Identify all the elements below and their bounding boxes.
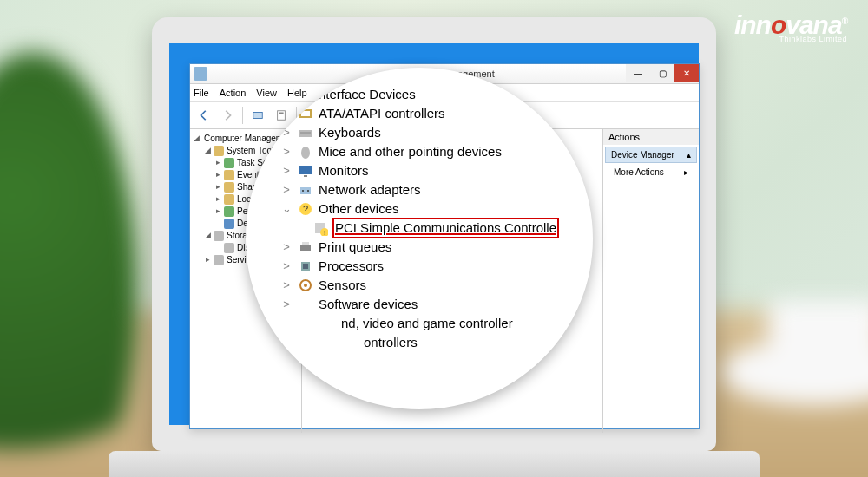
device-label: ontrollers xyxy=(364,333,418,352)
svg-rect-1 xyxy=(278,111,286,121)
expand-icon[interactable]: > xyxy=(280,142,293,161)
expand-icon[interactable]: > xyxy=(280,180,293,199)
actions-context[interactable]: Device Manager ▴ xyxy=(605,147,697,163)
svg-rect-10 xyxy=(299,130,312,137)
actions-header: Actions xyxy=(603,129,699,145)
brand-logo: innovana® Thinklabs Limited xyxy=(734,10,847,43)
mon-icon xyxy=(298,163,313,179)
warndev-icon: ! xyxy=(312,220,328,236)
device-label: PCI Simple Communications Controlle xyxy=(333,219,558,238)
properties-button[interactable] xyxy=(271,105,292,126)
device-label: Other devices xyxy=(319,199,399,219)
magnifier-overlay: >nterface Devices>ATA/ATAPI controllers>… xyxy=(246,68,593,409)
warn-icon: ? xyxy=(298,201,313,217)
svg-point-12 xyxy=(301,147,310,159)
device-label: Network adapters xyxy=(319,180,421,199)
expand-icon[interactable]: > xyxy=(280,161,293,180)
svg-text:?: ? xyxy=(303,204,308,214)
expand-icon[interactable]: > xyxy=(280,257,293,276)
cpu-icon xyxy=(298,258,313,274)
expand-icon[interactable]: ⌄ xyxy=(280,199,293,219)
device-label: Processors xyxy=(319,257,384,276)
menu-action[interactable]: Action xyxy=(220,88,247,98)
actions-pane: Actions Device Manager ▴ More Actions ▸ xyxy=(603,129,699,433)
device-row[interactable]: >Print queues xyxy=(280,238,558,257)
mouse-icon xyxy=(298,144,313,160)
device-icon xyxy=(320,316,336,331)
svg-rect-24 xyxy=(302,242,309,245)
svg-rect-23 xyxy=(300,245,311,251)
svg-point-16 xyxy=(302,190,304,192)
device-row[interactable]: >Software devices xyxy=(280,295,558,314)
svg-point-17 xyxy=(307,190,309,192)
device-row[interactable]: >Monitors xyxy=(280,161,558,180)
print-icon xyxy=(298,239,313,255)
device-row[interactable]: >ATA/ATAPI controllers xyxy=(280,104,558,123)
device-icon xyxy=(343,335,358,350)
device-label: Monitors xyxy=(319,161,369,180)
menu-view[interactable]: View xyxy=(256,88,277,98)
device-label: nd, video and game controller xyxy=(341,314,513,333)
device-row[interactable]: >Processors xyxy=(280,257,558,276)
device-row[interactable]: ontrollers xyxy=(280,333,558,352)
device-label: Print queues xyxy=(319,238,391,257)
device-label: ATA/ATAPI controllers xyxy=(319,104,445,123)
svg-rect-13 xyxy=(299,166,312,174)
device-row[interactable]: !PCI Simple Communications Controlle xyxy=(280,219,558,238)
device-row[interactable]: >Mice and other pointing devices xyxy=(280,142,558,161)
show-hide-button[interactable] xyxy=(247,105,268,126)
expand-icon[interactable]: > xyxy=(280,295,293,314)
device-label: Keyboards xyxy=(319,123,381,142)
actions-expand-icon: ▴ xyxy=(687,150,691,160)
device-row[interactable]: >Network adapters xyxy=(280,180,558,199)
close-button[interactable]: ✕ xyxy=(674,64,699,82)
device-label: Software devices xyxy=(319,295,418,314)
app-icon xyxy=(194,67,207,81)
device-icon xyxy=(298,297,313,312)
svg-text:!: ! xyxy=(324,229,326,236)
maximize-button[interactable]: ▢ xyxy=(650,64,674,82)
actions-more[interactable]: More Actions ▸ xyxy=(603,165,699,180)
device-label: Sensors xyxy=(319,276,366,295)
svg-rect-14 xyxy=(304,175,307,177)
svg-rect-9 xyxy=(301,111,310,116)
device-row[interactable]: ⌄?Other devices xyxy=(280,199,558,219)
svg-rect-15 xyxy=(300,187,311,194)
device-row[interactable]: >Sensors xyxy=(280,276,558,295)
back-button[interactable] xyxy=(194,105,214,126)
expand-icon[interactable]: > xyxy=(280,238,293,257)
menu-file[interactable]: File xyxy=(194,88,209,98)
menu-help[interactable]: Help xyxy=(287,88,307,98)
svg-rect-0 xyxy=(253,113,263,119)
kbd-icon xyxy=(298,125,313,140)
device-row[interactable]: nd, video and game controller xyxy=(280,314,558,333)
svg-rect-26 xyxy=(303,264,308,269)
net-icon xyxy=(298,182,313,198)
device-label: Mice and other pointing devices xyxy=(319,142,502,161)
forward-button[interactable] xyxy=(217,105,238,126)
minimize-button[interactable]: — xyxy=(626,64,650,82)
expand-icon[interactable]: > xyxy=(280,276,293,295)
sensor-icon xyxy=(298,278,313,293)
svg-rect-2 xyxy=(279,113,283,114)
svg-point-28 xyxy=(304,284,307,287)
device-row[interactable]: >Keyboards xyxy=(280,123,558,142)
